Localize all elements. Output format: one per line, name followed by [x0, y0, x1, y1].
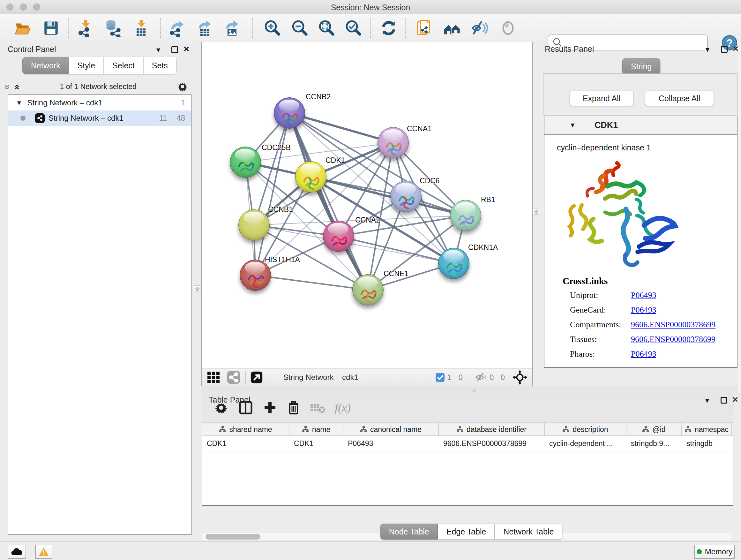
crosslink-label: Uniprot: — [570, 291, 598, 300]
import-table-file-icon[interactable] — [132, 19, 150, 37]
zoom-in-icon[interactable] — [264, 19, 281, 37]
table-cell[interactable]: CDK1 — [289, 436, 343, 451]
birdseye-grid-icon[interactable] — [207, 370, 221, 384]
fit-crosshair-icon[interactable] — [513, 370, 527, 385]
network-node-cdc6[interactable] — [390, 181, 421, 212]
tab-style[interactable]: Style — [69, 57, 104, 74]
collapse-table-icon[interactable]: ▾ — [705, 396, 709, 405]
network-node-cdkn1a[interactable] — [438, 248, 469, 279]
warnings-button[interactable] — [35, 545, 52, 559]
table-cell[interactable]: 9606.ENSP00000378699 — [439, 436, 545, 451]
network-share-icon[interactable] — [226, 370, 241, 384]
table-cell[interactable]: stringdb:9... — [626, 436, 682, 451]
table-cell[interactable]: P06493 — [343, 436, 439, 451]
tab-sets[interactable]: Sets — [143, 57, 177, 74]
table-cell[interactable]: CDK1 — [202, 436, 289, 451]
network-node-ccna1[interactable] — [378, 127, 409, 159]
cloud-button[interactable] — [8, 545, 26, 559]
export-image-icon[interactable] — [223, 19, 241, 37]
tab-edge-table[interactable]: Edge Table — [438, 523, 495, 540]
crosslink-link[interactable]: P06493 — [631, 305, 656, 315]
network-node-ccne1[interactable] — [352, 274, 384, 306]
right-splitter[interactable] — [532, 42, 533, 393]
network-node-ccna2[interactable] — [323, 221, 354, 252]
refresh-layout-icon[interactable] — [380, 19, 398, 37]
table-row[interactable]: CDK1CDK1P064939606.ENSP00000378699cyclin… — [202, 436, 733, 451]
tab-node-table[interactable]: Node Table — [381, 523, 438, 540]
tab-string[interactable]: String — [622, 58, 660, 74]
gene-section-header[interactable]: ▼ CDK1 — [544, 116, 737, 135]
column-tree-icon — [360, 426, 367, 433]
node-label-cdc6: CDC6 — [420, 177, 440, 185]
network-node-ccnb2[interactable] — [274, 98, 305, 129]
table-cell[interactable]: cyclin-dependent ... — [545, 436, 626, 451]
collapse-all-tree-icon[interactable]: « — [14, 84, 21, 89]
network-options-gear-icon[interactable] — [177, 81, 188, 92]
import-network-file-icon[interactable] — [77, 19, 94, 37]
results-scrollbar[interactable] — [738, 42, 741, 393]
crosslink-link[interactable]: P06493 — [631, 291, 656, 300]
close-table-icon[interactable]: ✕ — [732, 395, 738, 404]
table-panel-title: Table Panel — [209, 395, 251, 405]
tree-expander-icon[interactable]: ▼ — [16, 99, 22, 107]
column-header-name[interactable]: name — [289, 423, 343, 435]
column-header-shared-name[interactable]: shared name — [202, 423, 289, 435]
table-toolbar: f(x) — [202, 393, 733, 423]
float-results-icon[interactable] — [721, 46, 728, 53]
zoom-selected-icon[interactable] — [345, 19, 362, 37]
network-collection-row[interactable]: ▼ String Network – cdk1 1 — [8, 95, 191, 111]
zoom-fit-icon[interactable] — [318, 19, 336, 37]
zoom-out-icon[interactable] — [291, 19, 309, 37]
selected-checkbox-icon[interactable] — [435, 373, 445, 382]
open-session-icon[interactable] — [14, 19, 32, 37]
network-snapshot-icon[interactable] — [415, 19, 433, 37]
left-splitter-handle[interactable] — [194, 286, 200, 292]
network-row-selected[interactable]: String Network – cdk1 11 48 — [8, 111, 191, 126]
tab-network[interactable]: Network — [22, 57, 69, 74]
crosslink-link[interactable]: 9606.ENSP00000378699 — [631, 320, 716, 329]
show-hide-icon[interactable] — [471, 19, 489, 37]
network-node-cdc25b[interactable] — [230, 146, 261, 178]
collection-count: 1 — [181, 98, 185, 107]
column-tree-icon — [642, 426, 649, 433]
crosslink-link[interactable]: P06493 — [631, 349, 656, 359]
column-header-description[interactable]: description — [545, 423, 626, 435]
expand-all-tree-icon[interactable]: » — [4, 84, 11, 89]
column-header-canonical-name[interactable]: canonical name — [343, 423, 439, 435]
collapse-panel-icon[interactable]: ▾ — [156, 45, 160, 54]
crosslink-row: Pharos:P06493 — [570, 349, 595, 359]
column-header-namespac[interactable]: namespac — [682, 423, 732, 435]
collapse-all-button[interactable]: Collapse All — [645, 91, 714, 106]
network-node-rb1[interactable] — [450, 200, 481, 231]
memory-button[interactable]: Memory — [694, 545, 735, 559]
eye-icon[interactable] — [499, 19, 517, 37]
tab-network-table[interactable]: Network Table — [495, 523, 562, 540]
network-node-hist1h1a[interactable] — [240, 260, 271, 291]
table-cell[interactable]: stringdb — [682, 436, 732, 451]
float-table-icon[interactable] — [721, 397, 727, 403]
export-table-icon[interactable] — [196, 19, 214, 37]
home-icon[interactable] — [443, 19, 461, 37]
network-node-ccnb1[interactable] — [239, 209, 270, 241]
import-network-database-icon[interactable] — [104, 19, 122, 37]
window-title: Session: New Session — [0, 3, 741, 12]
add-column-icon[interactable] — [263, 401, 277, 415]
crosslink-label: Tissues: — [570, 334, 597, 344]
tab-select[interactable]: Select — [104, 57, 143, 74]
delete-column-icon[interactable] — [287, 400, 300, 415]
close-panel-icon[interactable]: ✕ — [183, 45, 190, 54]
expand-all-button[interactable]: Expand All — [569, 91, 633, 106]
open-in-new-icon[interactable] — [250, 371, 263, 384]
save-session-icon[interactable] — [42, 19, 60, 37]
crosslink-label: GeneCard: — [570, 305, 606, 314]
column-header--id[interactable]: @id — [626, 423, 682, 435]
crosslink-link[interactable]: 9606.ENSP00000378699 — [631, 334, 716, 344]
section-expander-icon[interactable]: ▼ — [569, 121, 576, 129]
float-panel-icon[interactable] — [172, 46, 178, 53]
network-node-cdk1[interactable] — [295, 161, 327, 192]
column-header-database-identifier[interactable]: database identifier — [439, 423, 545, 435]
export-network-icon[interactable] — [169, 19, 186, 37]
collapse-results-icon[interactable]: ▾ — [705, 45, 710, 54]
table-header-row: shared namenamecanonical namedatabase id… — [202, 423, 733, 436]
network-canvas[interactable]: CCNB2CCNA1CDC25BCDK1CDC6RB1CCNB1CCNA2CDK… — [202, 42, 532, 368]
